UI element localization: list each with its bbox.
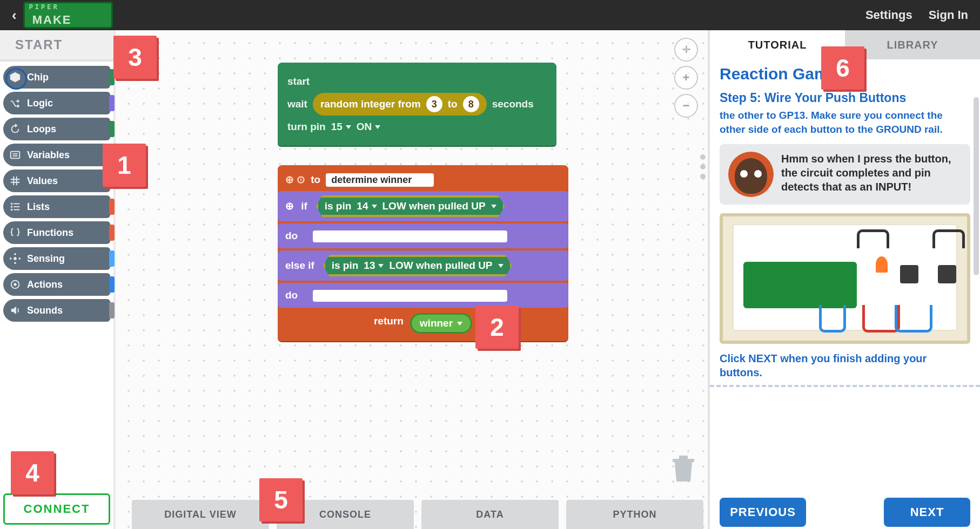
number-input[interactable]: 8 xyxy=(463,96,479,112)
sidebar-item-label: Loops xyxy=(27,124,56,134)
loop-icon xyxy=(9,123,22,135)
block-text: to xyxy=(448,96,458,112)
svg-point-6 xyxy=(11,209,13,211)
signin-link[interactable]: Sign In xyxy=(929,8,968,22)
hash-icon xyxy=(9,174,22,187)
svg-point-16 xyxy=(14,283,17,286)
do-row[interactable]: do xyxy=(278,283,568,308)
pin-dropdown[interactable]: 15 xyxy=(331,119,351,135)
tab-tutorial[interactable]: TUTORIAL xyxy=(710,30,845,59)
if-row[interactable]: ⊕ if is pin 14 LOW when pulled UP xyxy=(278,191,568,221)
zoom-in-button[interactable]: + xyxy=(674,66,698,90)
tutorial-panel: TUTORIAL LIBRARY Reaction Game Step 5: W… xyxy=(708,30,980,529)
shuffle-icon xyxy=(9,97,22,110)
zoom-out-button[interactable]: − xyxy=(674,94,698,118)
list-icon xyxy=(9,200,22,213)
sidebar-item-sounds[interactable]: Sounds xyxy=(3,299,110,322)
svg-point-4 xyxy=(11,203,13,205)
next-button[interactable]: NEXT xyxy=(884,498,970,527)
back-icon[interactable]: ‹ xyxy=(12,7,17,24)
tab-digital-view[interactable]: DIGITAL VIEW xyxy=(132,500,269,529)
start-label: START xyxy=(15,38,63,51)
sidebar-item-label: Values xyxy=(27,176,58,186)
top-bar: ‹ Settings Sign In xyxy=(0,0,980,30)
sidebar: START Chip Logic Loops Variables xyxy=(0,30,116,529)
block-text: if xyxy=(301,200,307,212)
braces-icon xyxy=(9,226,22,239)
tutorial-instruction: Click NEXT when you finish adding your b… xyxy=(720,351,970,379)
sidebar-item-label: Sensing xyxy=(27,254,65,263)
state-dropdown[interactable]: ON xyxy=(357,119,381,135)
sidebar-item-label: Functions xyxy=(27,228,73,238)
target-icon xyxy=(9,278,22,291)
block-text: else if xyxy=(285,260,314,271)
trash-icon[interactable] xyxy=(670,453,697,486)
settings-link[interactable]: Settings xyxy=(865,8,912,22)
block-text: turn pin xyxy=(287,119,326,135)
condition-block[interactable]: is pin 14 LOW when pulled UP xyxy=(316,195,505,217)
sidebar-item-values[interactable]: Values xyxy=(3,169,110,192)
logo[interactable] xyxy=(23,2,113,29)
block-text: return xyxy=(374,313,404,334)
sidebar-item-functions[interactable]: Functions xyxy=(3,221,110,244)
random-integer-block[interactable]: random integer from 3 to 8 xyxy=(313,93,487,116)
block-text: wait xyxy=(287,96,307,112)
block-text: to xyxy=(311,172,320,188)
recenter-button[interactable] xyxy=(674,38,698,62)
condition-block[interactable]: is pin 13 LOW when pulled UP xyxy=(323,255,512,276)
code-block-start[interactable]: start wait random integer from 3 to 8 se… xyxy=(278,63,556,146)
avatar-icon xyxy=(728,152,774,197)
workspace[interactable]: + − start wait random integer from 3 to … xyxy=(116,30,708,529)
number-input[interactable]: 3 xyxy=(426,96,442,112)
tutorial-title: Reaction Game xyxy=(720,65,970,83)
svg-point-5 xyxy=(11,206,13,208)
svg-point-10 xyxy=(14,257,17,260)
sidebar-item-chip[interactable]: Chip xyxy=(3,66,110,89)
sidebar-item-sensing[interactable]: Sensing xyxy=(3,247,110,270)
sidebar-item-logic[interactable]: Logic xyxy=(3,92,110,114)
function-name-input[interactable]: determine winner xyxy=(326,173,434,187)
sidebar-item-label: Chip xyxy=(27,72,49,82)
code-block-function[interactable]: ⊕ ⊙ to determine winner ⊕ if is pin 14 L… xyxy=(278,165,568,341)
svg-point-11 xyxy=(14,253,16,255)
tutorial-text: the other to GP13. Make sure you connect… xyxy=(720,108,970,137)
sidebar-item-loops[interactable]: Loops xyxy=(3,118,110,140)
block-text: start xyxy=(287,73,310,90)
tab-console[interactable]: CONSOLE xyxy=(277,500,414,529)
previous-button[interactable]: PREVIOUS xyxy=(720,498,806,527)
sidebar-item-label: Lists xyxy=(27,202,50,212)
svg-rect-8 xyxy=(14,206,19,207)
tab-data[interactable]: DATA xyxy=(421,500,559,529)
block-text: random integer from xyxy=(320,96,421,112)
sidebar-item-variables[interactable]: Variables xyxy=(3,144,110,166)
elseif-row[interactable]: else if is pin 13 LOW when pulled UP xyxy=(278,250,568,281)
svg-rect-7 xyxy=(14,204,19,205)
sidebar-item-label: Sounds xyxy=(27,306,63,315)
svg-point-13 xyxy=(10,257,12,260)
tutorial-speech-bubble: Hmm so when I press the button, the circ… xyxy=(720,144,970,205)
svg-rect-1 xyxy=(11,152,20,159)
svg-rect-9 xyxy=(14,209,19,211)
svg-marker-0 xyxy=(10,72,20,82)
sidebar-item-lists[interactable]: Lists xyxy=(3,195,110,218)
do-row[interactable]: do xyxy=(278,223,568,248)
tab-python[interactable]: PYTHON xyxy=(566,500,703,529)
sidebar-item-label: Logic xyxy=(27,98,53,108)
scrollbar[interactable] xyxy=(974,97,979,275)
sidebar-item-label: Actions xyxy=(27,280,63,289)
sound-icon xyxy=(9,304,22,317)
svg-point-12 xyxy=(14,262,16,264)
hexagon-icon xyxy=(9,71,22,84)
speech-text: Hmm so when I press the button, the circ… xyxy=(781,152,962,194)
return-variable[interactable]: winner xyxy=(410,313,472,334)
circuit-diagram xyxy=(720,213,970,344)
sidebar-item-actions[interactable]: Actions xyxy=(3,273,110,296)
tab-library[interactable]: LIBRARY xyxy=(845,30,980,59)
start-button[interactable]: START xyxy=(0,30,113,62)
drag-handle-icon[interactable] xyxy=(700,154,706,179)
connect-button[interactable]: CONNECT xyxy=(3,493,110,525)
mutator-icon[interactable]: ⊕ xyxy=(285,200,294,212)
tutorial-step: Step 5: Wire Your Push Buttons xyxy=(720,91,970,105)
svg-point-14 xyxy=(18,257,21,260)
sensing-icon xyxy=(9,252,22,265)
